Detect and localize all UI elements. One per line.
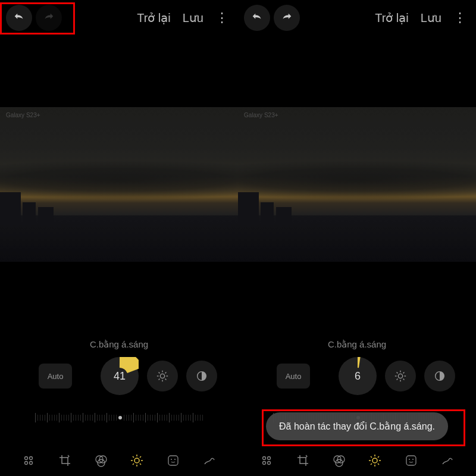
value-ruler[interactable] xyxy=(0,406,238,430)
contrast-control[interactable] xyxy=(186,361,217,392)
ruler-tick xyxy=(37,415,38,421)
crop-rotate-tab[interactable] xyxy=(57,452,73,469)
filter-tab[interactable] xyxy=(331,452,347,469)
ruler-tick xyxy=(176,415,177,421)
save-button[interactable]: Lưu xyxy=(421,11,441,25)
svg-line-35 xyxy=(403,379,405,380)
svg-point-29 xyxy=(398,374,402,378)
adjust-tab[interactable] xyxy=(129,452,145,469)
ruler-tick xyxy=(198,415,198,421)
ruler-tick xyxy=(129,415,129,421)
ruler-tick xyxy=(45,415,45,421)
svg-line-36 xyxy=(397,379,398,380)
ruler-tick xyxy=(61,415,62,421)
ruler-tick xyxy=(152,415,153,421)
sticker-tab[interactable] xyxy=(403,452,419,469)
save-button[interactable]: Lưu xyxy=(183,11,203,25)
ruler-tick xyxy=(73,415,74,421)
ruler-tick xyxy=(131,415,131,421)
svg-point-39 xyxy=(263,457,266,460)
adjust-icon xyxy=(130,453,144,468)
svg-line-23 xyxy=(140,464,141,465)
brightness-icon xyxy=(156,369,169,383)
ruler-tick xyxy=(97,415,98,421)
ruler-tick xyxy=(164,415,165,421)
image-preview[interactable]: Galaxy S23+ xyxy=(238,107,476,262)
svg-line-52 xyxy=(378,464,379,465)
ruler-tick xyxy=(145,413,146,422)
back-button[interactable]: Trở lại xyxy=(375,11,409,25)
ruler-tick xyxy=(200,415,201,421)
ruler-tick xyxy=(92,415,93,421)
svg-rect-55 xyxy=(406,456,416,465)
ruler-tick xyxy=(169,413,170,422)
undo-button[interactable] xyxy=(244,5,270,31)
svg-point-56 xyxy=(409,459,410,460)
brightness-control[interactable] xyxy=(147,361,178,392)
ruler-tick xyxy=(190,415,191,421)
bottom-toolbar xyxy=(238,452,476,469)
svg-point-13 xyxy=(30,462,33,465)
svg-point-41 xyxy=(263,462,266,465)
more-button[interactable]: ⋮ xyxy=(453,11,466,24)
svg-line-7 xyxy=(159,379,160,380)
svg-line-53 xyxy=(371,464,372,465)
ruler-tick xyxy=(68,415,69,421)
ruler-tick xyxy=(95,413,95,422)
svg-line-54 xyxy=(378,456,379,458)
svg-line-22 xyxy=(133,456,134,458)
ruler-tick xyxy=(143,415,143,421)
svg-line-25 xyxy=(140,456,141,458)
svg-point-27 xyxy=(171,459,172,460)
more-button[interactable]: ⋮ xyxy=(215,11,228,24)
ruler-tick xyxy=(178,415,179,421)
svg-point-0 xyxy=(160,374,164,378)
ruler-tick xyxy=(35,413,36,422)
ruler-tick xyxy=(87,415,88,421)
tutorial-highlight-undo xyxy=(0,2,75,35)
ruler-tick xyxy=(202,415,203,421)
redo-button[interactable] xyxy=(274,5,300,31)
svg-point-28 xyxy=(174,459,176,460)
right-pane: Trở lại Lưu ⋮ Galaxy S23+ C.bằng á.sáng … xyxy=(238,0,476,476)
crop-rotate-icon xyxy=(296,453,310,468)
brightness-control[interactable] xyxy=(385,361,416,392)
back-button[interactable]: Trở lại xyxy=(137,11,171,25)
brightness-icon xyxy=(394,369,407,383)
contrast-control[interactable] xyxy=(424,361,455,392)
filter-tab[interactable] xyxy=(93,452,109,469)
sticker-icon xyxy=(166,453,180,468)
image-preview[interactable]: Galaxy S23+ xyxy=(0,107,238,262)
adjust-icon xyxy=(368,453,382,468)
adjustment-value: 6 xyxy=(355,370,361,383)
left-pane: Trở lại Lưu ⋮ Galaxy S23+ C.bằng á.sáng … xyxy=(0,0,238,476)
ruler-tick xyxy=(102,415,102,421)
svg-point-12 xyxy=(25,462,28,465)
ai-enhance-tab[interactable] xyxy=(258,452,275,469)
svg-line-37 xyxy=(403,372,405,374)
ruler-tick xyxy=(181,413,181,422)
adjustment-row: Auto 41 xyxy=(0,357,238,395)
crop-rotate-tab[interactable] xyxy=(295,452,311,469)
highlight-balance-control[interactable]: 6 xyxy=(339,357,377,395)
svg-line-24 xyxy=(133,464,134,465)
undo-icon xyxy=(250,11,264,24)
adjustment-row: Auto 6 xyxy=(238,357,476,395)
draw-tab[interactable] xyxy=(201,452,218,469)
contrast-icon xyxy=(195,369,208,383)
ruler-tick xyxy=(78,415,79,421)
ruler-tick xyxy=(42,415,43,421)
auto-button[interactable]: Auto xyxy=(39,364,72,389)
sticker-tab[interactable] xyxy=(165,452,181,469)
ruler-tick xyxy=(195,415,196,421)
topbar-right: Trở lại Lưu ⋮ xyxy=(375,11,470,25)
highlight-balance-control[interactable]: 41 xyxy=(101,357,139,395)
adjust-tab[interactable] xyxy=(367,452,383,469)
ruler-tick xyxy=(126,415,127,421)
ai-enhance-tab[interactable] xyxy=(20,452,37,469)
ruler-tick xyxy=(188,415,189,421)
filter-icon xyxy=(332,453,346,468)
auto-button[interactable]: Auto xyxy=(277,364,310,389)
crop-rotate-icon xyxy=(58,453,72,468)
draw-tab[interactable] xyxy=(439,452,456,469)
